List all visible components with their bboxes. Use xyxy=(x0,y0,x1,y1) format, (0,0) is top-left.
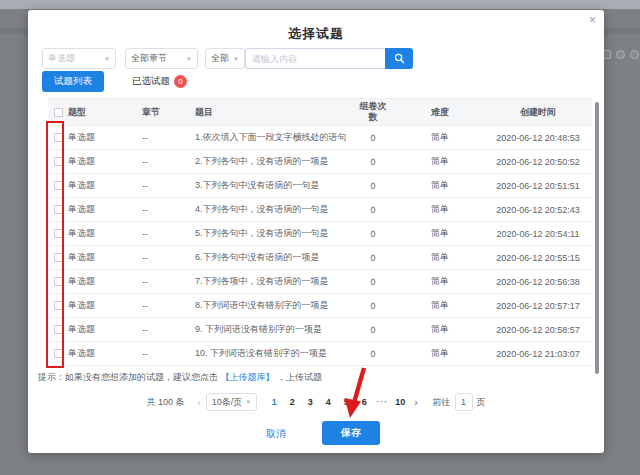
page-number[interactable]: 5 xyxy=(338,397,354,407)
cell-chapter: -- xyxy=(142,349,195,359)
tab-selected-label: 已选试题 xyxy=(132,75,170,88)
page-number[interactable]: 4 xyxy=(320,397,336,407)
table-row: 单选题--8.下列词语中没有错别字的一项是0简单2020-06-12 20:57… xyxy=(48,294,592,318)
header-difficulty: 难度 xyxy=(396,106,484,119)
cell-count: 0 xyxy=(350,205,396,215)
next-page-button[interactable]: › xyxy=(414,397,417,408)
select-all-checkbox[interactable] xyxy=(54,108,63,117)
cell-difficulty: 简单 xyxy=(396,203,484,216)
cell-chapter: -- xyxy=(142,205,195,215)
page-size-value: 10条/页 xyxy=(212,396,243,409)
row-checkbox[interactable] xyxy=(54,349,63,358)
tab-bar: 试题列表 已选试题 0 xyxy=(42,71,187,92)
chevron-down-icon: ▼ xyxy=(186,56,192,62)
upload-question-bank-link[interactable]: 【上传题库】 xyxy=(221,372,275,382)
cell-title: 1.依次填入下面一段文字横线处的语句，衔接最... xyxy=(195,131,350,144)
cell-count: 0 xyxy=(350,133,396,143)
background-toolbar xyxy=(602,50,639,59)
row-checkbox[interactable] xyxy=(54,157,63,166)
goto-page-input[interactable] xyxy=(455,393,473,411)
table-header: 题型 章节 题目 组卷次数 难度 创建时间 xyxy=(48,98,592,126)
page-number[interactable]: 1 xyxy=(266,397,282,407)
cell-type: 单选题 xyxy=(68,251,142,264)
cell-chapter: -- xyxy=(142,157,195,167)
cell-title: 2.下列各句中，没有语病的一项是 xyxy=(195,155,350,168)
cell-count: 0 xyxy=(350,277,396,287)
search-bar xyxy=(245,48,413,69)
page-number[interactable]: 3 xyxy=(302,397,318,407)
search-input[interactable] xyxy=(245,48,385,69)
page-number[interactable]: 10 xyxy=(392,397,408,407)
tab-selected-questions[interactable]: 已选试题 0 xyxy=(132,75,187,88)
screen: × 选择试题 单选题 ▼ 全部章节 ▼ 全部 ▼ xyxy=(0,0,640,475)
table-row: 单选题--4.下列各句中，没有语病的一句是0简单2020-06-12 20:52… xyxy=(48,198,592,222)
cell-type: 单选题 xyxy=(68,179,142,192)
scope-value: 全部 xyxy=(211,52,229,65)
cell-type: 单选题 xyxy=(68,299,142,312)
row-checkbox[interactable] xyxy=(54,229,63,238)
row-checkbox[interactable] xyxy=(54,205,63,214)
background-info-icon xyxy=(630,50,639,59)
cell-created: 2020-06-12 20:58:57 xyxy=(484,325,592,335)
cell-created: 2020-06-12 20:50:52 xyxy=(484,157,592,167)
page-number[interactable]: 2 xyxy=(284,397,300,407)
scope-select[interactable]: 全部 ▼ xyxy=(205,48,245,69)
header-created: 创建时间 xyxy=(484,106,592,119)
hint-text: 提示：如果没有您想添加的试题，建议您点击 【上传题库】 ，上传试题 xyxy=(38,371,322,384)
scrollbar[interactable] xyxy=(595,102,599,374)
filter-bar: 单选题 ▼ 全部章节 ▼ 全部 ▼ xyxy=(28,48,604,69)
page-ellipsis[interactable]: ··· xyxy=(374,397,390,407)
page-size-select[interactable]: 10条/页 ▼ xyxy=(206,393,257,411)
header-chapter: 章节 xyxy=(142,106,195,119)
cell-type: 单选题 xyxy=(68,347,142,360)
question-type-value: 单选题 xyxy=(48,52,75,65)
select-question-dialog: × 选择试题 单选题 ▼ 全部章节 ▼ 全部 ▼ xyxy=(28,10,604,453)
cell-chapter: -- xyxy=(142,133,195,143)
cell-difficulty: 简单 xyxy=(396,131,484,144)
row-checkbox[interactable] xyxy=(54,253,63,262)
dialog-title: 选择试题 xyxy=(28,25,604,43)
cell-count: 0 xyxy=(350,325,396,335)
question-type-select[interactable]: 单选题 ▼ xyxy=(42,48,116,69)
cell-created: 2020-06-12 20:52:43 xyxy=(484,205,592,215)
cell-title: 6.下列各句中没有语病的一项是 xyxy=(195,251,350,264)
cell-created: 2020-06-12 20:48:53 xyxy=(484,133,592,143)
table-body: 单选题--1.依次填入下面一段文字横线处的语句，衔接最...0简单2020-06… xyxy=(48,126,592,366)
page-number[interactable]: 6 xyxy=(356,397,372,407)
save-button[interactable]: 保存 xyxy=(322,421,380,445)
page-numbers: 123456···10 xyxy=(265,397,409,407)
chapter-select[interactable]: 全部章节 ▼ xyxy=(125,48,198,69)
cancel-button[interactable]: 取消 xyxy=(256,424,296,444)
selected-count-badge: 0 xyxy=(174,75,187,88)
table-row: 单选题--1.依次填入下面一段文字横线处的语句，衔接最...0简单2020-06… xyxy=(48,126,592,150)
cell-title: 10. 下列词语没有错别字的一项是 xyxy=(195,347,350,360)
cell-type: 单选题 xyxy=(68,131,142,144)
cell-count: 0 xyxy=(350,157,396,167)
cell-chapter: -- xyxy=(142,253,195,263)
cell-created: 2020-06-12 21:03:07 xyxy=(484,349,592,359)
header-type: 题型 xyxy=(68,106,142,119)
prev-page-button[interactable]: ‹ xyxy=(197,397,200,408)
row-checkbox[interactable] xyxy=(54,277,63,286)
cell-chapter: -- xyxy=(142,229,195,239)
search-icon xyxy=(394,53,405,64)
cell-chapter: -- xyxy=(142,325,195,335)
cell-difficulty: 简单 xyxy=(396,155,484,168)
cell-difficulty: 简单 xyxy=(396,299,484,312)
header-title: 题目 xyxy=(195,106,350,119)
cell-count: 0 xyxy=(350,349,396,359)
chapter-value: 全部章节 xyxy=(131,52,167,65)
cell-chapter: -- xyxy=(142,181,195,191)
tab-question-list[interactable]: 试题列表 xyxy=(42,71,104,92)
row-checkbox[interactable] xyxy=(54,181,63,190)
cell-created: 2020-06-12 20:56:38 xyxy=(484,277,592,287)
background-page-strip xyxy=(0,0,640,9)
row-checkbox[interactable] xyxy=(54,325,63,334)
cell-type: 单选题 xyxy=(68,275,142,288)
row-checkbox[interactable] xyxy=(54,301,63,310)
row-checkbox[interactable] xyxy=(54,133,63,142)
search-button[interactable] xyxy=(385,48,413,69)
cell-created: 2020-06-12 20:51:51 xyxy=(484,181,592,191)
hint-prefix: 提示：如果没有您想添加的试题，建议您点击 xyxy=(38,372,221,382)
background-clock-icon xyxy=(616,50,625,59)
